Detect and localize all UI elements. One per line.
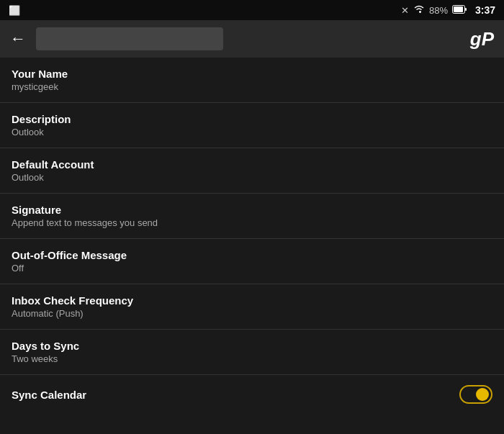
setting-text-your-name: Your Name mysticgeek [12,68,68,92]
setting-label-inbox-check-frequency: Inbox Check Frequency [12,294,133,307]
battery-percent: 88% [429,5,448,16]
setting-text-description: Description Outlook [12,113,71,137]
settings-list: Your Name mysticgeek Description Outlook… [0,58,504,414]
setting-item-inbox-check-frequency[interactable]: Inbox Check Frequency Automatic (Push) [0,284,504,330]
status-time: 3:37 [475,4,495,16]
setting-value-days-to-sync: Two weeks [12,353,79,364]
setting-label-days-to-sync: Days to Sync [12,340,79,352]
setting-text-sync-calendar: Sync Calendar [12,389,86,401]
svg-rect-2 [465,8,467,11]
setting-text-inbox-check-frequency: Inbox Check Frequency Automatic (Push) [12,294,133,319]
setting-item-your-name[interactable]: Your Name mysticgeek [0,58,504,103]
setting-text-days-to-sync: Days to Sync Two weeks [12,340,79,364]
setting-label-default-account: Default Account [12,158,94,171]
top-bar: ← gP [0,20,504,58]
setting-value-default-account: Outlook [12,172,94,183]
back-button[interactable]: ← [10,30,26,48]
setting-text-out-of-office: Out-of-Office Message Off [12,249,127,273]
setting-value-out-of-office: Off [12,263,127,273]
svg-rect-1 [454,6,463,12]
setting-value-your-name: mysticgeek [12,81,68,92]
setting-label-sync-calendar: Sync Calendar [12,389,86,401]
setting-value-signature: Append text to messages you send [12,217,158,228]
setting-item-out-of-office[interactable]: Out-of-Office Message Off [0,239,504,284]
setting-value-description: Outlook [12,127,71,137]
battery-icon [452,5,467,16]
toggle-knob-sync-calendar [476,388,489,401]
gp-logo: gP [470,28,494,50]
setting-item-sync-calendar[interactable]: Sync Calendar [0,375,504,414]
setting-label-out-of-office: Out-of-Office Message [12,249,127,261]
wifi-icon [413,4,425,16]
setting-value-inbox-check-frequency: Automatic (Push) [12,308,133,319]
no-signal-icon: ✕ [401,5,409,16]
setting-item-days-to-sync[interactable]: Days to Sync Two weeks [0,330,504,375]
setting-item-default-account[interactable]: Default Account Outlook [0,148,504,194]
status-bar: ⬜ ✕ 88% 3:37 [0,0,504,20]
setting-text-signature: Signature Append text to messages you se… [12,204,158,228]
search-bar[interactable] [36,27,223,50]
setting-item-signature[interactable]: Signature Append text to messages you se… [0,194,504,239]
toggle-sync-calendar[interactable] [459,385,492,404]
setting-label-description: Description [12,113,71,125]
setting-text-default-account: Default Account Outlook [12,158,94,183]
setting-label-your-name: Your Name [12,68,68,80]
screen-icon: ⬜ [9,5,20,16]
setting-label-signature: Signature [12,204,158,216]
setting-item-description[interactable]: Description Outlook [0,103,504,148]
